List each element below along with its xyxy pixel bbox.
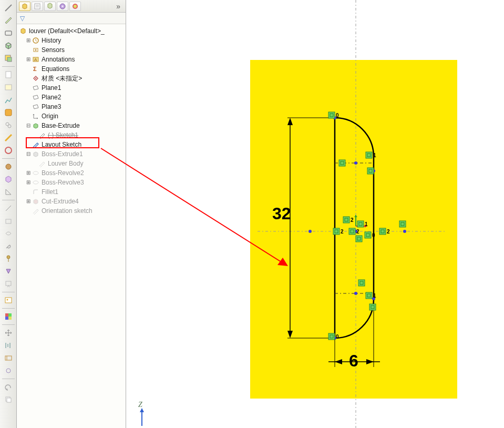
- tool-cube-icon[interactable]: [3, 40, 14, 52]
- tree-layout-sketch[interactable]: Layout Sketch: [18, 140, 125, 149]
- filter-funnel-icon[interactable]: ▽: [20, 15, 25, 22]
- tool-explode-icon[interactable]: [3, 365, 14, 376]
- tool-render-icon[interactable]: [3, 107, 14, 118]
- tree-origin[interactable]: Origin: [18, 111, 125, 121]
- tree-fillet1[interactable]: Fillet1: [18, 187, 125, 197]
- tool-image-icon[interactable]: [3, 294, 14, 306]
- panel-tabs: »: [17, 0, 126, 13]
- tool-sheet-icon[interactable]: [3, 69, 14, 80]
- expand-icon[interactable]: ⊞: [25, 197, 32, 206]
- tool-edge-icon[interactable]: [3, 2, 14, 14]
- tree-history[interactable]: ⊞ History: [18, 36, 125, 45]
- revolve-icon: [32, 178, 40, 187]
- tree-label: Louver Body: [48, 159, 83, 168]
- tool-sketch-icon[interactable]: [3, 15, 14, 26]
- tree-orientation-sketch[interactable]: Orientation sketch: [18, 206, 125, 216]
- fillet-icon: [32, 188, 40, 196]
- tool-3dsketch-icon[interactable]: [3, 215, 14, 227]
- tab-property-icon[interactable]: [32, 2, 43, 11]
- tree-label: Cut-Extrude4: [42, 197, 79, 206]
- tree-label: Annotations: [42, 55, 75, 64]
- tool-line-icon[interactable]: [3, 202, 14, 214]
- tree-sketch1[interactable]: ( ) Sketch1: [18, 130, 125, 140]
- svg-rect-17: [5, 317, 8, 320]
- tree-label: History: [42, 36, 61, 45]
- feature-tree: louver (Default<<Default>_ ⊞ History Sen…: [17, 24, 126, 428]
- svg-point-11: [7, 256, 10, 259]
- toolbar-separator: [2, 308, 15, 309]
- tool-move-icon[interactable]: [3, 327, 14, 339]
- svg-point-34: [33, 181, 38, 184]
- tool-measure-icon[interactable]: [3, 132, 14, 144]
- tree-base-extrude[interactable]: ⊟ Base-Extrude: [18, 121, 125, 130]
- collapse-icon[interactable]: ⊟: [25, 149, 32, 159]
- toolbar-separator: [2, 66, 15, 67]
- toolbar-separator: [2, 379, 15, 379]
- tool-undo-icon[interactable]: [3, 381, 14, 393]
- svg-rect-18: [8, 317, 12, 320]
- tool-chart-icon[interactable]: [3, 94, 14, 106]
- tool-link-icon[interactable]: [3, 119, 14, 131]
- tree-plane2[interactable]: Plane2: [18, 93, 125, 102]
- expand-icon[interactable]: ⊞: [25, 178, 32, 187]
- svg-point-9: [6, 164, 11, 169]
- svg-rect-3: [6, 72, 11, 78]
- tree-sensors[interactable]: Sensors: [18, 45, 125, 55]
- tree-label: Layout Sketch: [42, 140, 81, 149]
- tool-edit-icon[interactable]: [3, 352, 14, 364]
- tool-pin-icon[interactable]: [3, 253, 14, 264]
- tree-root[interactable]: louver (Default<<Default>_: [18, 26, 125, 36]
- tool-color-icon[interactable]: [3, 145, 14, 156]
- svg-rect-15: [5, 313, 8, 317]
- axis-z-label: Z: [138, 401, 142, 409]
- tree-label: Origin: [42, 111, 58, 121]
- tool-angle-icon[interactable]: [3, 186, 14, 198]
- expand-icon[interactable]: ⊞: [25, 168, 32, 178]
- left-toolbar: [0, 0, 17, 428]
- material-icon: [32, 74, 40, 83]
- tree-label: Plane2: [42, 93, 61, 102]
- svg-rect-19: [5, 356, 12, 360]
- tree-plane1[interactable]: Plane1: [18, 83, 125, 93]
- tree-louver-body[interactable]: Louver Body: [18, 159, 125, 168]
- tree-boss-revolve2[interactable]: ⊞ Boss-Revolve2: [18, 168, 125, 178]
- sketch-icon: [32, 140, 40, 149]
- tool-surface-icon[interactable]: [3, 27, 14, 39]
- tool-direction-icon[interactable]: [3, 266, 14, 277]
- model-face[interactable]: [250, 60, 457, 399]
- tree-label: Orientation sketch: [42, 206, 92, 216]
- tab-dimexpert-icon[interactable]: [57, 2, 68, 11]
- origin-icon: [32, 112, 40, 120]
- feature-tree-panel: » ▽ louver (Default<<Default>_ ⊞ History…: [17, 0, 126, 428]
- toolbar-separator: [2, 200, 15, 200]
- filter-row: ▽: [17, 13, 126, 24]
- tool-face-icon[interactable]: [3, 81, 14, 93]
- tab-appearance-icon[interactable]: [69, 2, 81, 11]
- tool-mirror-icon[interactable]: [3, 340, 14, 351]
- tree-annotations[interactable]: ⊞ A Annotations: [18, 55, 125, 64]
- tree-boss-extrude1[interactable]: ⊟ Boss-Extrude1: [18, 149, 125, 159]
- svg-rect-10: [6, 219, 11, 223]
- tool-annotate-icon[interactable]: [3, 278, 14, 290]
- tree-cut-extrude4[interactable]: ⊞ Cut-Extrude4: [18, 197, 125, 206]
- expand-icon[interactable]: ⊞: [25, 55, 32, 64]
- tab-config-icon[interactable]: [44, 2, 56, 11]
- tree-equations[interactable]: Σ Equations: [18, 64, 125, 74]
- tabs-overflow-icon[interactable]: »: [113, 2, 124, 11]
- tab-feature-tree-icon[interactable]: [19, 2, 30, 11]
- tool-feature-icon[interactable]: [3, 228, 14, 239]
- tool-insert-icon[interactable]: [3, 53, 14, 64]
- svg-point-29: [35, 49, 37, 51]
- tool-appearance-icon[interactable]: [3, 311, 14, 322]
- tree-material[interactable]: 材质 <未指定>: [18, 74, 125, 83]
- expand-icon[interactable]: ⊞: [25, 36, 32, 45]
- svg-rect-2: [7, 57, 12, 62]
- collapse-icon[interactable]: ⊟: [25, 121, 32, 130]
- filter-input[interactable]: [27, 15, 122, 22]
- tool-check-icon[interactable]: [3, 174, 14, 185]
- tool-copy-icon[interactable]: [3, 394, 14, 405]
- tool-material-icon[interactable]: [3, 161, 14, 172]
- tree-plane3[interactable]: Plane3: [18, 102, 125, 111]
- tool-wrench-icon[interactable]: [3, 240, 14, 252]
- tree-boss-revolve3[interactable]: ⊞ Boss-Revolve3: [18, 178, 125, 187]
